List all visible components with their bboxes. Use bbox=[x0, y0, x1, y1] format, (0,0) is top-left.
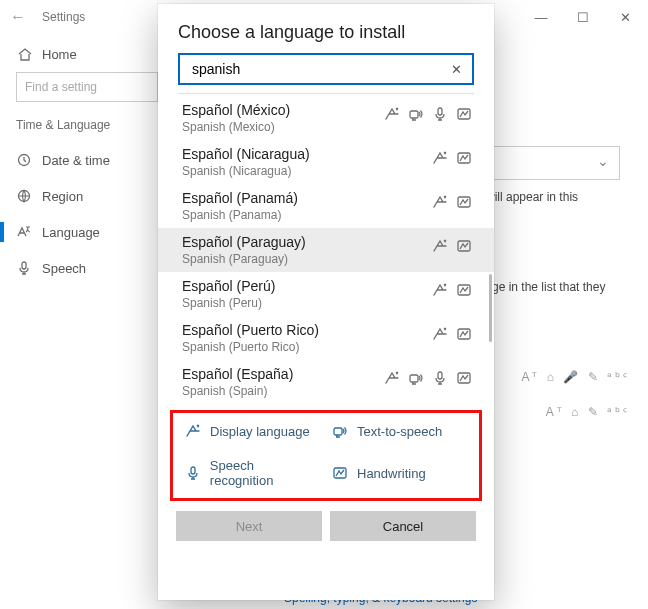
tts-icon bbox=[408, 370, 424, 386]
legend-label: Display language bbox=[210, 424, 310, 439]
handwriting-icon bbox=[456, 238, 472, 254]
display-icon bbox=[384, 370, 400, 386]
handwriting-icon bbox=[456, 282, 472, 298]
maximize-button[interactable]: ☐ bbox=[562, 2, 604, 32]
clock-icon bbox=[16, 152, 32, 168]
language-native: Español (Panamá) bbox=[182, 190, 298, 206]
sidebar-item-label: Date & time bbox=[42, 153, 110, 168]
display-icon bbox=[432, 238, 448, 254]
legend-label: Speech recognition bbox=[210, 458, 320, 488]
tts-icon bbox=[332, 423, 349, 440]
handwriting-icon bbox=[456, 106, 472, 122]
bg-text-1: will appear in this bbox=[486, 190, 578, 204]
language-local: Spanish (Paraguay) bbox=[182, 252, 306, 266]
language-row[interactable]: Español (Nicaragua)Spanish (Nicaragua) bbox=[158, 140, 494, 184]
language-local: Spanish (Peru) bbox=[182, 296, 275, 310]
sidebar-item-home[interactable]: Home bbox=[16, 40, 158, 72]
sidebar-item-speech[interactable]: Speech bbox=[16, 250, 158, 286]
language-features bbox=[432, 326, 472, 342]
sidebar-item-region[interactable]: Region bbox=[16, 178, 158, 214]
divider bbox=[178, 93, 474, 94]
language-list: Español (México)Spanish (Mexico)Español … bbox=[158, 96, 494, 404]
language-native: Español (Paraguay) bbox=[182, 234, 306, 250]
sidebar-item-label: Speech bbox=[42, 261, 86, 276]
language-features bbox=[384, 370, 472, 386]
mic-icon bbox=[16, 260, 32, 276]
legend-speech: Speech recognition bbox=[179, 454, 326, 492]
sidebar-item-label: Home bbox=[42, 47, 77, 62]
back-icon[interactable]: ← bbox=[10, 8, 26, 26]
window-title: Settings bbox=[42, 10, 85, 24]
language-local: Spanish (Mexico) bbox=[182, 120, 290, 134]
language-row[interactable]: Español (Panamá)Spanish (Panama) bbox=[158, 184, 494, 228]
display-icon bbox=[432, 194, 448, 210]
globe-icon bbox=[16, 188, 32, 204]
close-button[interactable]: ✕ bbox=[604, 2, 646, 32]
language-native: Español (España) bbox=[182, 366, 293, 382]
minimize-button[interactable]: — bbox=[520, 2, 562, 32]
language-native: Español (Perú) bbox=[182, 278, 275, 294]
handwriting-icon bbox=[456, 150, 472, 166]
bg-text-2: ge in the list that they bbox=[492, 280, 605, 294]
legend-label: Text-to-speech bbox=[357, 424, 442, 439]
language-row[interactable]: Español (Puerto Rico)Spanish (Puerto Ric… bbox=[158, 316, 494, 360]
home-icon bbox=[16, 46, 32, 62]
language-local: Spanish (Panama) bbox=[182, 208, 298, 222]
language-features bbox=[432, 194, 472, 210]
bg-feature-icons-1: Aᵀ ⌂ 🎤 ✎ ᵃᵇᶜ bbox=[521, 370, 630, 384]
display-icon bbox=[432, 282, 448, 298]
legend-tts: Text-to-speech bbox=[326, 419, 473, 444]
legend-display: Display language bbox=[179, 419, 326, 444]
display-icon bbox=[185, 423, 202, 440]
find-setting-input[interactable]: Find a setting bbox=[16, 72, 158, 102]
install-language-dialog: Choose a language to install ✕ Español (… bbox=[158, 4, 494, 600]
mic-icon bbox=[432, 106, 448, 122]
legend-hand: Handwriting bbox=[326, 454, 473, 492]
mic-icon bbox=[432, 370, 448, 386]
handwriting-icon bbox=[456, 370, 472, 386]
handwriting-icon bbox=[456, 326, 472, 342]
clear-icon[interactable]: ✕ bbox=[449, 62, 464, 77]
bg-feature-icons-2: Aᵀ ⌂ ✎ ᵃᵇᶜ bbox=[546, 405, 630, 419]
language-features bbox=[432, 238, 472, 254]
search-field[interactable]: ✕ bbox=[178, 53, 474, 85]
legend-label: Handwriting bbox=[357, 466, 426, 481]
display-icon bbox=[384, 106, 400, 122]
sidebar-item-language[interactable]: Language bbox=[16, 214, 158, 250]
sidebar: Home Find a setting Time & Language Date… bbox=[0, 34, 170, 286]
mic-icon bbox=[185, 465, 202, 482]
language-local: Spanish (Spain) bbox=[182, 384, 293, 398]
language-local: Spanish (Puerto Rico) bbox=[182, 340, 319, 354]
language-features bbox=[432, 150, 472, 166]
language-features bbox=[432, 282, 472, 298]
next-button[interactable]: Next bbox=[176, 511, 322, 541]
handwriting-icon bbox=[332, 465, 349, 482]
language-icon bbox=[16, 224, 32, 240]
handwriting-icon bbox=[456, 194, 472, 210]
language-row[interactable]: Español (Perú)Spanish (Peru) bbox=[158, 272, 494, 316]
cancel-button[interactable]: Cancel bbox=[330, 511, 476, 541]
language-native: Español (México) bbox=[182, 102, 290, 118]
language-row[interactable]: Español (México)Spanish (Mexico) bbox=[158, 96, 494, 140]
language-features bbox=[384, 106, 472, 122]
display-icon bbox=[432, 150, 448, 166]
search-input[interactable] bbox=[190, 60, 449, 78]
language-native: Español (Puerto Rico) bbox=[182, 322, 319, 338]
find-setting-placeholder: Find a setting bbox=[25, 80, 97, 94]
display-icon bbox=[432, 326, 448, 342]
language-row[interactable]: Español (Paraguay)Spanish (Paraguay) bbox=[158, 228, 494, 272]
sidebar-item-label: Region bbox=[42, 189, 83, 204]
sidebar-item-date[interactable]: Date & time bbox=[16, 142, 158, 178]
language-local: Spanish (Nicaragua) bbox=[182, 164, 310, 178]
feature-legend: Display language Text-to-speech Speech r… bbox=[170, 410, 482, 501]
sidebar-group-header: Time & Language bbox=[16, 118, 158, 132]
language-row[interactable]: Español (España)Spanish (Spain) bbox=[158, 360, 494, 404]
sidebar-item-label: Language bbox=[42, 225, 100, 240]
tts-icon bbox=[408, 106, 424, 122]
language-native: Español (Nicaragua) bbox=[182, 146, 310, 162]
dialog-title: Choose a language to install bbox=[158, 4, 494, 53]
